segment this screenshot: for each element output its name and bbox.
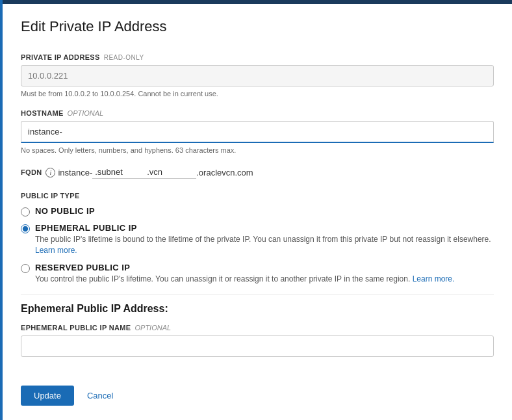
radio-ephemeral-content: EPHEMERAL PUBLIC IP The public IP's life…: [35, 223, 494, 256]
fqdn-prefix: instance-: [58, 168, 92, 177]
ephemeral-name-group: EPHEMERAL PUBLIC IP NAME OPTIONAL: [21, 324, 494, 357]
radio-item-reserved[interactable]: RESERVED PUBLIC IP You control the publi…: [21, 263, 494, 285]
ephemeral-title: Ephemeral Public IP Address:: [21, 303, 494, 315]
radio-no-public-ip-label: NO PUBLIC IP: [35, 206, 95, 216]
radio-ephemeral-label: EPHEMERAL PUBLIC IP: [35, 223, 494, 233]
ephemeral-section: Ephemeral Public IP Address: EPHEMERAL P…: [21, 295, 494, 357]
private-ip-input: [21, 65, 494, 86]
fqdn-segment2: .vcn: [144, 166, 196, 179]
update-button[interactable]: Update: [21, 386, 74, 406]
private-ip-group: PRIVATE IP ADDRESS READ-ONLY Must be fro…: [21, 53, 494, 98]
modal-container: Edit Private IP Address PRIVATE IP ADDRE…: [0, 0, 512, 420]
hostname-group: HOSTNAME OPTIONAL No spaces. Only letter…: [21, 109, 494, 154]
radio-reserved-content: RESERVED PUBLIC IP You control the publi…: [35, 263, 454, 285]
radio-item-no-public-ip[interactable]: NO PUBLIC IP: [21, 206, 494, 217]
private-ip-label: PRIVATE IP ADDRESS READ-ONLY: [21, 53, 494, 61]
radio-ephemeral[interactable]: [21, 224, 30, 233]
radio-no-public-ip-content: NO PUBLIC IP: [35, 206, 95, 216]
ephemeral-learn-more-link[interactable]: Learn more.: [35, 246, 77, 255]
fqdn-segment1: .subnet: [92, 166, 144, 179]
fqdn-label: FQDN: [21, 168, 42, 176]
radio-no-public-ip[interactable]: [21, 207, 30, 217]
radio-reserved-label: RESERVED PUBLIC IP: [35, 263, 454, 272]
modal-title: Edit Private IP Address: [21, 18, 494, 35]
hostname-label: HOSTNAME OPTIONAL: [21, 109, 494, 117]
radio-item-ephemeral[interactable]: EPHEMERAL PUBLIC IP The public IP's life…: [21, 223, 494, 256]
footer-actions: Update Cancel: [21, 375, 494, 406]
ephemeral-name-optional-tag: OPTIONAL: [134, 324, 171, 332]
hostname-hint: No spaces. Only letters, numbers, and hy…: [21, 146, 494, 154]
public-ip-type-group: PUBLIC IP TYPE NO PUBLIC IP EPHEMERAL PU…: [21, 192, 494, 284]
public-ip-type-label: PUBLIC IP TYPE: [21, 192, 494, 200]
readonly-tag: READ-ONLY: [104, 54, 144, 61]
ephemeral-name-label: EPHEMERAL PUBLIC IP NAME OPTIONAL: [21, 324, 494, 332]
fqdn-domain: .oraclevcn.com: [196, 168, 253, 177]
reserved-learn-more-link[interactable]: Learn more.: [413, 274, 455, 283]
top-bar: [3, 0, 512, 4]
radio-ephemeral-description: The public IP's lifetime is bound to the…: [35, 234, 494, 256]
radio-reserved[interactable]: [21, 264, 30, 273]
private-ip-hint: Must be from 10.0.0.2 to 10.0.0.254. Can…: [21, 90, 494, 98]
hostname-optional-tag: OPTIONAL: [68, 109, 104, 117]
ephemeral-name-input[interactable]: [21, 335, 494, 357]
cancel-button[interactable]: Cancel: [84, 386, 116, 406]
fqdn-info-icon[interactable]: i: [45, 168, 55, 177]
fqdn-row: FQDN i instance- .subnet .vcn .oraclevcn…: [21, 166, 494, 179]
radio-reserved-description: You control the public IP's lifetime. Yo…: [35, 274, 454, 285]
hostname-input[interactable]: [21, 121, 494, 143]
